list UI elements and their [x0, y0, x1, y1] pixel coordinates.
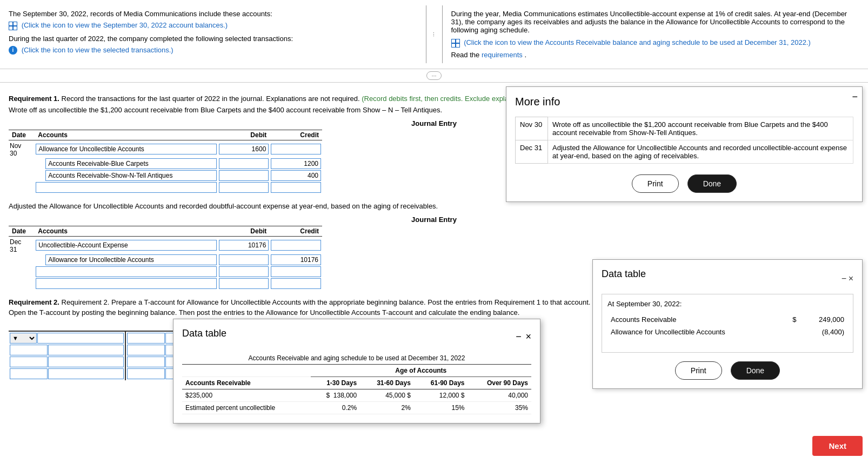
j2-col-credit: Credit	[270, 226, 322, 236]
j2-credit4	[270, 278, 322, 290]
t-account-left-label3[interactable]	[10, 357, 48, 367]
j2-account1-input[interactable]	[36, 240, 216, 251]
data-table-close-btn[interactable]: ×	[849, 274, 853, 284]
top-left-line2: During the last quarter of 2022, the com…	[9, 35, 417, 43]
table-row: Nov30	[9, 140, 322, 158]
j2-credit3-input[interactable]	[271, 266, 321, 277]
j1-credit1	[270, 140, 322, 158]
t-account-left-value2[interactable]	[48, 345, 124, 355]
j2-credit4-input[interactable]	[271, 278, 321, 289]
table-row	[9, 181, 322, 193]
j1-credit2-input[interactable]	[271, 158, 321, 169]
modal-title: Data table	[182, 328, 226, 339]
info-text-1: Wrote off as uncollectible the $1,200 ac…	[548, 117, 853, 140]
col-debit: Debit	[218, 130, 270, 140]
t-account-left-value3[interactable]	[48, 357, 124, 367]
modal-close-btn[interactable]: ×	[525, 331, 531, 342]
j2-credit1	[270, 236, 322, 254]
modal-minimize-btn[interactable]: −	[516, 331, 522, 342]
t-account-left-label4[interactable]	[10, 368, 48, 379]
next-button[interactable]: Next	[812, 436, 863, 456]
j2-debit4-input[interactable]	[219, 278, 269, 289]
info-row-1: Nov 30 Wrote off as uncollectible the $1…	[516, 117, 853, 140]
j1-credit4-input[interactable]	[271, 182, 321, 193]
info-icon-1[interactable]: i	[9, 46, 17, 55]
j2-date1: Dec31	[9, 236, 35, 254]
aging-row2-col1: 0.2%	[311, 402, 360, 414]
j1-account4-input[interactable]	[36, 182, 216, 193]
j1-credit1-input[interactable]	[271, 144, 321, 154]
aging-col-headers: Accounts Receivable 1-30 Days 31-60 Days…	[182, 377, 531, 389]
j2-credit2-input[interactable]	[271, 254, 321, 265]
j2-debit2-input[interactable]	[219, 254, 269, 265]
t-account-dropdown[interactable]: ▼	[10, 333, 37, 344]
t-account-row4	[10, 368, 124, 379]
more-info-done-btn[interactable]: Done	[687, 174, 737, 193]
more-info-title: More info	[515, 96, 560, 108]
selected-transactions-link[interactable]: (Click the icon to view the selected tra…	[22, 46, 173, 54]
aging-table: Accounts Receivable and aging schedule t…	[182, 352, 531, 414]
top-right-panel: During the year, Media Communications es…	[443, 5, 869, 63]
data-table-right-print-btn[interactable]: Print	[675, 361, 722, 380]
j1-debit4	[218, 181, 270, 193]
separator-collapse-btn[interactable]: ···	[426, 71, 441, 80]
j1-credit4	[270, 181, 322, 193]
more-info-table: Nov 30 Wrote off as uncollectible the $1…	[515, 117, 853, 164]
j2-account3-input[interactable]	[36, 266, 216, 277]
table-row: Dec31	[9, 236, 322, 254]
j2-debit1-input[interactable]	[219, 240, 269, 251]
more-info-close-btn[interactable]: −	[852, 91, 858, 103]
more-info-print-btn[interactable]: Print	[632, 174, 679, 193]
j2-account4	[35, 278, 217, 290]
aging-row1-col4: 40,000	[468, 389, 531, 402]
grid-icon-1[interactable]	[9, 22, 17, 30]
j1-debit1-input[interactable]	[219, 144, 269, 154]
t-account-right-label2[interactable]	[127, 345, 165, 355]
ar-balance-link[interactable]: (Click the icon to view the Accounts Rec…	[464, 38, 811, 46]
j2-credit1-input[interactable]	[271, 240, 321, 251]
more-info-panel: More info − Nov 30 Wrote off as uncollec…	[506, 86, 863, 202]
t-account-right-label1[interactable]	[127, 333, 165, 344]
j1-debit2-input[interactable]	[219, 158, 269, 169]
account-balances-link[interactable]: (Click the icon to view the September 30…	[22, 21, 228, 29]
svg-rect-8	[14, 26, 17, 30]
j2-account4-input[interactable]	[36, 278, 216, 289]
j1-date4	[9, 181, 35, 193]
journal2-subtext: Adjusted the Allowance for Uncollectible…	[9, 202, 859, 210]
j2-account2-input[interactable]	[45, 254, 216, 265]
table-row	[9, 170, 322, 181]
journal2-title: Journal Entry	[9, 216, 859, 224]
j1-account2-input[interactable]	[45, 158, 216, 169]
j2-date4	[9, 278, 35, 290]
j2-account2	[35, 254, 217, 266]
j1-debit3-input[interactable]	[219, 170, 269, 181]
t-account-left-label2[interactable]	[10, 345, 48, 355]
j2-date2	[9, 254, 35, 266]
data-table-right-done-btn[interactable]: Done	[731, 361, 780, 380]
j1-credit3-input[interactable]	[271, 170, 321, 181]
col-1-30: 1-30 Days	[311, 377, 360, 389]
data-table-minimize-btn[interactable]: −	[842, 274, 846, 284]
j1-debit4-input[interactable]	[219, 182, 269, 193]
t-account-left-value1[interactable]	[37, 333, 124, 344]
grid-icon-2[interactable]	[451, 39, 460, 48]
j1-account1-input[interactable]	[36, 144, 216, 154]
t-account-row1: ▼	[10, 333, 124, 344]
col-credit: Credit	[270, 130, 322, 140]
modal-header: Data table − ×	[182, 328, 531, 346]
info-row-2: Dec 31 Adjusted the Allowance for Uncoll…	[516, 140, 853, 164]
requirements-link[interactable]: requirements	[482, 51, 523, 59]
age-of-accounts-header: Age of Accounts	[311, 365, 531, 377]
t-account-left-value4[interactable]	[48, 368, 124, 379]
aging-row1-col3: 12,000 $	[414, 389, 468, 402]
t-account-right-label3[interactable]	[127, 357, 165, 367]
j2-account1	[35, 236, 217, 254]
data-table-right-title: Data table	[602, 268, 646, 280]
data-table-right-table: Accounts Receivable $ 249,000 Allowance …	[607, 313, 847, 338]
col-ar: Accounts Receivable	[182, 377, 311, 389]
j1-account3-input[interactable]	[45, 170, 216, 181]
j2-debit3-input[interactable]	[219, 266, 269, 277]
t-account-right-label4[interactable]	[127, 368, 165, 379]
dt-amount-1: 249,000	[800, 313, 847, 326]
dt-symbol-2	[789, 326, 800, 338]
